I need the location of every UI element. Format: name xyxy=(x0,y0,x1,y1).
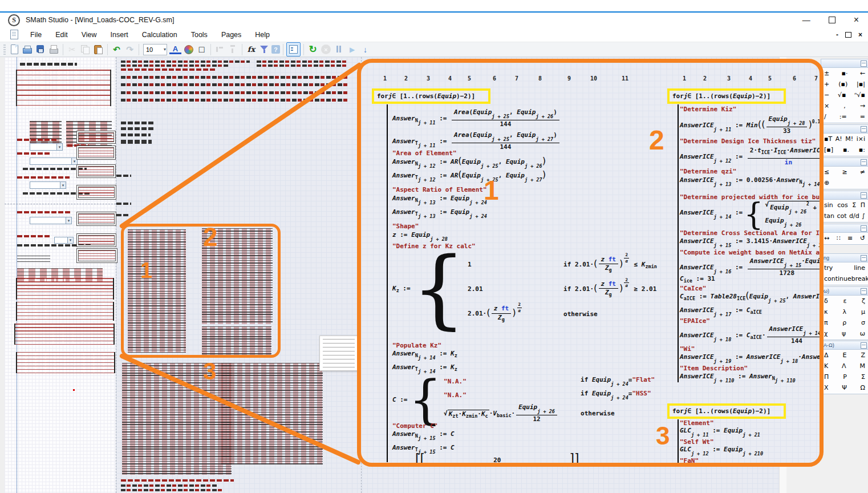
palette-symbol[interactable]: Λ xyxy=(842,362,846,370)
palette-symbol[interactable]: Ρ xyxy=(843,373,847,381)
palette-symbol[interactable]: Ε xyxy=(843,351,847,359)
palette-symbol[interactable]: ≥ xyxy=(842,168,847,176)
palette-symbol[interactable]: δ xyxy=(824,297,828,305)
align-horizontal-button[interactable] xyxy=(214,43,226,55)
step-button[interactable]: ↓ xyxy=(359,43,371,55)
menu-item-edit[interactable]: Edit xyxy=(48,31,75,39)
menu-item-pages[interactable]: Pages xyxy=(214,31,248,39)
palette-symbol[interactable]: tan xyxy=(824,212,834,220)
palette-symbol[interactable]: √▪ xyxy=(838,91,846,99)
palette-symbol[interactable]: χ xyxy=(824,330,828,337)
collapse-panel-icon[interactable] xyxy=(861,126,867,132)
palette-symbol[interactable]: ζ xyxy=(862,297,865,305)
new-document-button[interactable] xyxy=(9,43,21,55)
border-button[interactable]: □ xyxy=(196,43,208,55)
palette-symbol[interactable]: ↔ xyxy=(824,235,829,242)
redo-button[interactable]: ↷ xyxy=(124,43,136,55)
mdi-close-button[interactable]: × xyxy=(858,31,862,39)
print-button[interactable] xyxy=(48,43,60,55)
palette-symbol[interactable]: d/d xyxy=(849,212,859,220)
title-bar[interactable]: S SMath Studio - [Wind_Loads-COC_REV-G.s… xyxy=(0,13,868,27)
palette-symbol[interactable]: ≠ xyxy=(860,168,865,176)
menu-item-help[interactable]: Help xyxy=(248,31,277,39)
palette-symbol[interactable]: ⊕ xyxy=(824,179,829,187)
palette-symbol[interactable]: Μ xyxy=(860,362,866,370)
palette-symbol[interactable]: ω xyxy=(860,330,865,337)
palette-symbol[interactable]: ε xyxy=(843,297,846,305)
interrupt-button[interactable] xyxy=(320,43,332,55)
collapse-panel-icon[interactable] xyxy=(861,342,867,349)
minimize-button[interactable]: — xyxy=(802,15,810,25)
palette-symbol[interactable]: ∷ xyxy=(837,235,841,242)
palette-symbol[interactable]: break xyxy=(851,275,868,282)
palette-symbol[interactable]: × xyxy=(824,102,829,110)
palette-symbol[interactable]: ± xyxy=(824,70,829,77)
collapse-panel-icon[interactable] xyxy=(861,255,867,261)
mdi-restore-button[interactable] xyxy=(845,32,851,38)
palette-symbol[interactable]: |▪| xyxy=(857,80,865,88)
palette-symbol[interactable]: line xyxy=(854,264,865,272)
help-button[interactable]: ? xyxy=(271,45,280,54)
palette-symbol[interactable]: ↺ xyxy=(860,235,865,242)
palette-symbol[interactable]: cos xyxy=(837,201,848,209)
mdi-minimize-button[interactable]: - xyxy=(836,31,838,39)
palette-symbol[interactable]: , xyxy=(843,102,846,110)
align-vertical-button[interactable] xyxy=(227,43,239,55)
palette-symbol[interactable]: / xyxy=(824,113,826,120)
palette-symbol[interactable]: ▪· xyxy=(842,70,848,77)
collapse-panel-icon[interactable] xyxy=(861,225,867,232)
font-color-button[interactable]: A xyxy=(169,45,181,54)
palette-symbol[interactable]: + xyxy=(824,80,829,88)
palette-symbol[interactable]: (▪) xyxy=(838,80,847,88)
palette-symbol[interactable]: ρ xyxy=(842,319,846,326)
open-button[interactable] xyxy=(22,43,34,55)
play-button[interactable]: ▶ xyxy=(346,43,358,55)
palette-symbol[interactable]: = xyxy=(860,113,865,120)
menu-item-tools[interactable]: Tools xyxy=(184,31,214,39)
palette-symbol[interactable]: λ xyxy=(842,308,846,316)
maximize-button[interactable] xyxy=(829,17,835,23)
copy-button[interactable] xyxy=(79,43,91,55)
palette-symbol[interactable]: ≤ xyxy=(824,168,829,176)
palette-symbol[interactable]: − xyxy=(824,91,829,99)
collapse-panel-icon[interactable] xyxy=(861,159,867,165)
palette-symbol[interactable]: ≡ xyxy=(847,235,853,242)
palette-symbol[interactable]: Σ xyxy=(861,373,865,381)
menu-item-file[interactable]: File xyxy=(23,31,48,39)
filter-button[interactable] xyxy=(258,43,270,55)
palette-symbol[interactable]: σ xyxy=(861,319,865,326)
font-size-combo[interactable]: 10 xyxy=(143,44,167,55)
palette-symbol[interactable]: try xyxy=(824,264,833,272)
palette-symbol[interactable]: ∫ xyxy=(862,212,865,220)
palette-symbol[interactable]: Κ xyxy=(824,362,828,370)
background-color-button[interactable] xyxy=(182,43,194,55)
cut-button[interactable]: ✂ xyxy=(66,43,78,55)
palette-symbol[interactable]: i×i xyxy=(857,135,865,143)
pause-button[interactable] xyxy=(333,43,345,55)
collapse-panel-icon[interactable] xyxy=(861,192,867,199)
undo-button[interactable]: ↶ xyxy=(111,43,123,55)
palette-symbol[interactable]: M! xyxy=(845,135,853,143)
palette-symbol[interactable]: Σ xyxy=(852,201,856,209)
palette-symbol[interactable]: → xyxy=(860,102,865,110)
insert-function-button[interactable]: fx xyxy=(245,43,257,55)
paste-button[interactable] xyxy=(92,43,104,55)
palette-symbol[interactable]: continue xyxy=(824,275,851,282)
palette-symbol[interactable]: Ω xyxy=(861,384,865,391)
show-panels-button[interactable] xyxy=(286,42,301,56)
palette-symbol[interactable]: cot xyxy=(837,212,847,220)
palette-symbol[interactable]: A! xyxy=(835,135,842,143)
palette-symbol[interactable]: [▪] xyxy=(824,146,833,153)
palette-symbol[interactable]: ▪T xyxy=(824,135,832,143)
palette-symbol[interactable]: ← xyxy=(860,70,865,77)
palette-symbol[interactable]: π xyxy=(824,319,828,326)
menu-item-insert[interactable]: Insert xyxy=(104,31,135,39)
save-button[interactable] xyxy=(35,43,47,55)
recalculate-button[interactable]: ↻ xyxy=(307,43,319,55)
palette-symbol[interactable]: sin xyxy=(824,201,833,209)
palette-symbol[interactable]: Π xyxy=(824,373,829,381)
collapse-panel-icon[interactable] xyxy=(861,60,867,67)
close-button[interactable]: × xyxy=(854,15,859,25)
palette-symbol[interactable]: ▪: xyxy=(859,146,865,153)
palette-symbol[interactable]: Ζ xyxy=(861,351,865,359)
